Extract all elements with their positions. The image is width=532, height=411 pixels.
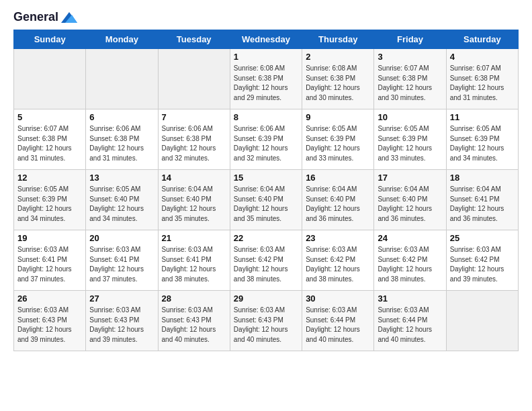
day-info: Sunrise: 6:03 AM Sunset: 6:43 PM Dayligh…	[234, 306, 298, 345]
day-info: Sunrise: 6:03 AM Sunset: 6:43 PM Dayligh…	[162, 306, 226, 345]
day-number: 6	[89, 112, 154, 122]
day-number: 17	[378, 173, 442, 183]
calendar-cell: 30Sunrise: 6:03 AM Sunset: 6:44 PM Dayli…	[302, 291, 374, 351]
calendar-cell	[446, 291, 518, 351]
day-number: 16	[306, 173, 370, 183]
day-number: 24	[378, 233, 442, 243]
logo: General	[13, 11, 79, 23]
day-info: Sunrise: 6:03 AM Sunset: 6:42 PM Dayligh…	[234, 245, 298, 284]
day-info: Sunrise: 6:06 AM Sunset: 6:38 PM Dayligh…	[89, 124, 154, 163]
calendar-cell	[14, 49, 86, 109]
day-number: 1	[234, 52, 298, 62]
day-number: 18	[450, 173, 515, 183]
calendar-cell	[86, 49, 158, 109]
day-number: 28	[162, 293, 226, 304]
weekday-saturday: Saturday	[446, 30, 518, 49]
calendar-cell: 16Sunrise: 6:04 AM Sunset: 6:40 PM Dayli…	[302, 170, 374, 230]
calendar-cell: 2Sunrise: 6:08 AM Sunset: 6:38 PM Daylig…	[302, 49, 374, 109]
calendar-cell: 9Sunrise: 6:05 AM Sunset: 6:39 PM Daylig…	[302, 109, 374, 170]
day-info: Sunrise: 6:04 AM Sunset: 6:40 PM Dayligh…	[234, 185, 298, 224]
calendar-cell: 15Sunrise: 6:04 AM Sunset: 6:40 PM Dayli…	[230, 170, 302, 230]
day-info: Sunrise: 6:05 AM Sunset: 6:39 PM Dayligh…	[306, 124, 370, 163]
day-info: Sunrise: 6:03 AM Sunset: 6:42 PM Dayligh…	[450, 245, 515, 284]
day-info: Sunrise: 6:04 AM Sunset: 6:40 PM Dayligh…	[306, 185, 370, 224]
calendar-cell: 6Sunrise: 6:06 AM Sunset: 6:38 PM Daylig…	[86, 109, 158, 170]
calendar-cell: 14Sunrise: 6:04 AM Sunset: 6:40 PM Dayli…	[158, 170, 230, 230]
day-number: 12	[17, 173, 82, 183]
logo-icon	[60, 11, 79, 24]
day-number: 31	[378, 293, 442, 304]
weekday-wednesday: Wednesday	[230, 30, 302, 49]
day-info: Sunrise: 6:03 AM Sunset: 6:41 PM Dayligh…	[17, 245, 82, 284]
weekday-thursday: Thursday	[302, 30, 374, 49]
day-number: 20	[89, 233, 154, 243]
calendar-cell: 12Sunrise: 6:05 AM Sunset: 6:39 PM Dayli…	[14, 170, 86, 230]
day-number: 22	[234, 233, 298, 243]
header: General	[13, 11, 519, 23]
day-info: Sunrise: 6:05 AM Sunset: 6:39 PM Dayligh…	[17, 185, 82, 224]
day-number: 27	[89, 293, 154, 304]
weekday-header-row: SundayMondayTuesdayWednesdayThursdayFrid…	[14, 30, 519, 49]
day-info: Sunrise: 6:07 AM Sunset: 6:38 PM Dayligh…	[450, 64, 515, 103]
day-number: 26	[17, 293, 82, 304]
day-number: 21	[162, 233, 226, 243]
day-number: 11	[450, 112, 515, 122]
day-number: 3	[378, 52, 442, 62]
day-number: 30	[306, 293, 370, 304]
day-info: Sunrise: 6:05 AM Sunset: 6:39 PM Dayligh…	[450, 124, 515, 163]
week-row-1: 5Sunrise: 6:07 AM Sunset: 6:38 PM Daylig…	[14, 109, 519, 170]
calendar-cell: 21Sunrise: 6:03 AM Sunset: 6:41 PM Dayli…	[158, 230, 230, 291]
calendar-cell: 22Sunrise: 6:03 AM Sunset: 6:42 PM Dayli…	[230, 230, 302, 291]
day-number: 13	[89, 173, 154, 183]
day-info: Sunrise: 6:03 AM Sunset: 6:44 PM Dayligh…	[378, 306, 442, 345]
day-info: Sunrise: 6:03 AM Sunset: 6:44 PM Dayligh…	[306, 306, 370, 345]
day-number: 2	[306, 52, 370, 62]
calendar-cell: 8Sunrise: 6:06 AM Sunset: 6:39 PM Daylig…	[230, 109, 302, 170]
day-info: Sunrise: 6:04 AM Sunset: 6:41 PM Dayligh…	[450, 185, 515, 224]
calendar-cell: 17Sunrise: 6:04 AM Sunset: 6:40 PM Dayli…	[374, 170, 446, 230]
calendar-cell: 4Sunrise: 6:07 AM Sunset: 6:38 PM Daylig…	[446, 49, 518, 109]
calendar-cell: 18Sunrise: 6:04 AM Sunset: 6:41 PM Dayli…	[446, 170, 518, 230]
day-number: 10	[378, 112, 442, 122]
day-info: Sunrise: 6:05 AM Sunset: 6:39 PM Dayligh…	[378, 124, 442, 163]
day-info: Sunrise: 6:07 AM Sunset: 6:38 PM Dayligh…	[378, 64, 442, 103]
day-number: 23	[306, 233, 370, 243]
weekday-sunday: Sunday	[14, 30, 86, 49]
page: General SundayMondayTuesdayWednesdayThur…	[0, 0, 532, 365]
day-number: 7	[162, 112, 226, 122]
week-row-4: 26Sunrise: 6:03 AM Sunset: 6:43 PM Dayli…	[14, 291, 519, 351]
day-info: Sunrise: 6:04 AM Sunset: 6:40 PM Dayligh…	[162, 185, 226, 224]
calendar-cell	[158, 49, 230, 109]
calendar-cell: 13Sunrise: 6:05 AM Sunset: 6:40 PM Dayli…	[86, 170, 158, 230]
day-number: 29	[234, 293, 298, 304]
day-number: 25	[450, 233, 515, 243]
calendar-cell: 23Sunrise: 6:03 AM Sunset: 6:42 PM Dayli…	[302, 230, 374, 291]
week-row-2: 12Sunrise: 6:05 AM Sunset: 6:39 PM Dayli…	[14, 170, 519, 230]
calendar-cell: 24Sunrise: 6:03 AM Sunset: 6:42 PM Dayli…	[374, 230, 446, 291]
day-info: Sunrise: 6:03 AM Sunset: 6:42 PM Dayligh…	[306, 245, 370, 284]
day-number: 8	[234, 112, 298, 122]
day-number: 9	[306, 112, 370, 122]
day-info: Sunrise: 6:06 AM Sunset: 6:39 PM Dayligh…	[234, 124, 298, 163]
day-number: 5	[17, 112, 82, 122]
day-info: Sunrise: 6:07 AM Sunset: 6:38 PM Dayligh…	[17, 124, 82, 163]
logo-text: General	[13, 11, 79, 24]
week-row-3: 19Sunrise: 6:03 AM Sunset: 6:41 PM Dayli…	[14, 230, 519, 291]
day-info: Sunrise: 6:03 AM Sunset: 6:43 PM Dayligh…	[89, 306, 154, 345]
weekday-friday: Friday	[374, 30, 446, 49]
day-info: Sunrise: 6:08 AM Sunset: 6:38 PM Dayligh…	[306, 64, 370, 103]
day-number: 4	[450, 52, 515, 62]
day-info: Sunrise: 6:06 AM Sunset: 6:38 PM Dayligh…	[162, 124, 226, 163]
calendar-cell: 31Sunrise: 6:03 AM Sunset: 6:44 PM Dayli…	[374, 291, 446, 351]
day-info: Sunrise: 6:03 AM Sunset: 6:42 PM Dayligh…	[378, 245, 442, 284]
calendar-cell: 11Sunrise: 6:05 AM Sunset: 6:39 PM Dayli…	[446, 109, 518, 170]
day-info: Sunrise: 6:03 AM Sunset: 6:43 PM Dayligh…	[17, 306, 82, 345]
calendar-cell: 10Sunrise: 6:05 AM Sunset: 6:39 PM Dayli…	[374, 109, 446, 170]
day-info: Sunrise: 6:03 AM Sunset: 6:41 PM Dayligh…	[89, 245, 154, 284]
calendar-cell: 3Sunrise: 6:07 AM Sunset: 6:38 PM Daylig…	[374, 49, 446, 109]
calendar-cell: 1Sunrise: 6:08 AM Sunset: 6:38 PM Daylig…	[230, 49, 302, 109]
day-number: 14	[162, 173, 226, 183]
calendar-cell: 20Sunrise: 6:03 AM Sunset: 6:41 PM Dayli…	[86, 230, 158, 291]
calendar-cell: 25Sunrise: 6:03 AM Sunset: 6:42 PM Dayli…	[446, 230, 518, 291]
week-row-0: 1Sunrise: 6:08 AM Sunset: 6:38 PM Daylig…	[14, 49, 519, 109]
